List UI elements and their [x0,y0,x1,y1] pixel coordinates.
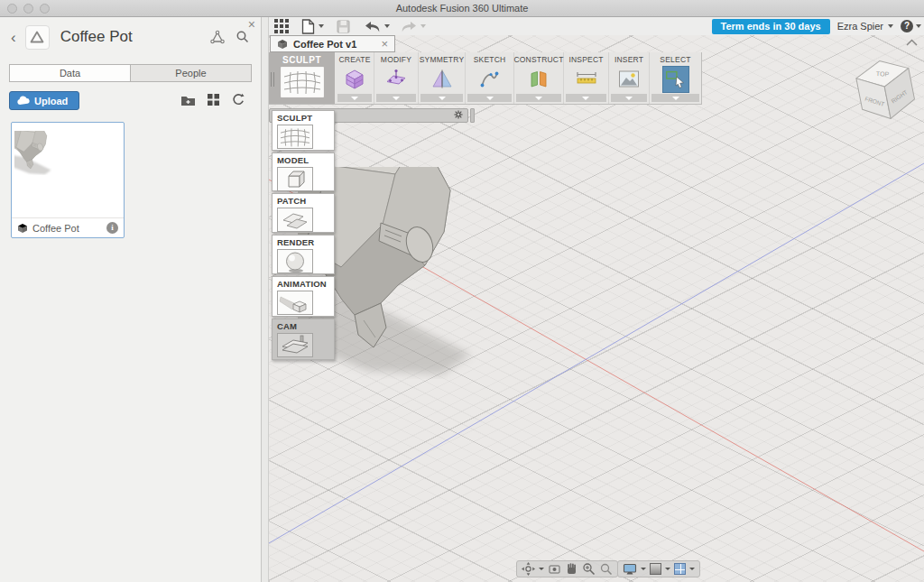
ribbon-group-construct[interactable]: CONSTRUCT [514,52,564,104]
symmetry-dropdown-arrow[interactable] [420,94,463,102]
share-a360-icon[interactable] [208,28,226,46]
viewcube[interactable]: TOP FRONT RIGHT [846,51,924,128]
refresh-icon[interactable] [231,93,245,108]
viewcube-top-label: TOP [876,70,890,78]
macos-titlebar: Autodesk Fusion 360 Ultimate [0,0,924,17]
workspace-menu-item-sculpt[interactable]: SCULPT [272,110,335,151]
project-thumbnail [12,123,124,217]
data-panel-toggle-icon[interactable] [274,17,289,35]
tab-people[interactable]: People [130,65,251,81]
project-item-footer: Coffee Pot i [12,217,124,237]
workspace-menu-item-model[interactable]: MODEL [272,152,335,191]
workspace-switcher[interactable]: SCULPT [269,52,335,104]
inspect-dropdown-arrow[interactable] [566,94,606,102]
upload-row: Upload [9,91,252,110]
user-menu-dropdown-arrow [888,24,893,28]
render-workspace-icon [277,249,313,273]
visual-style-dropdown-arrow[interactable] [665,568,670,570]
viewports-dropdown-arrow[interactable] [689,568,695,570]
redo-icon[interactable] [401,17,417,35]
panel-close-icon[interactable]: × [248,17,255,32]
collapse-toolbar-icon[interactable] [905,38,919,49]
create-dropdown-arrow[interactable] [337,94,373,102]
orbit-dropdown-arrow[interactable] [539,568,544,570]
toolbar-right-cluster: Term ends in 30 days Ezra Spier ? [712,18,921,34]
select-icon [662,64,689,94]
sketch-dropdown-arrow[interactable] [467,94,512,102]
display-dropdown-arrow[interactable] [641,568,646,570]
document-tab-close-icon[interactable]: × [381,38,388,50]
cam-workspace-icon [277,333,313,357]
panel-tools [180,93,252,108]
ribbon-grip[interactable] [271,72,274,87]
help-dropdown-arrow [916,24,921,28]
help-menu[interactable]: ? [901,20,921,32]
inspect-icon [575,64,598,94]
workspace-menu-item-patch[interactable]: PATCH [272,193,335,233]
tab-data[interactable]: Data [10,65,130,81]
file-menu-icon[interactable] [301,17,315,35]
panel-splitter[interactable] [262,17,269,582]
sketch-icon [478,64,502,94]
project-logo[interactable] [25,25,50,50]
orbit-icon[interactable] [522,562,535,576]
sculpt-mesh-icon [281,67,324,97]
viewports-icon[interactable] [674,563,686,575]
ribbon-toolbar: SCULPT CREATE [269,52,702,105]
help-icon: ? [901,20,913,32]
document-tab-label: Coffee Pot v1 [293,39,375,50]
ribbon-group-inspect[interactable]: INSPECT [564,52,609,104]
new-folder-icon[interactable] [180,94,196,108]
save-icon[interactable] [337,17,350,35]
project-item-card[interactable]: Coffee Pot i [11,122,125,238]
grid-view-icon[interactable] [208,94,219,107]
window-title: Autodesk Fusion 360 Ultimate [0,3,924,14]
file-menu-dropdown-arrow[interactable] [319,24,324,28]
ribbon-group-symmetry[interactable]: SYMMETRY [419,52,466,104]
undo-icon[interactable] [365,17,381,35]
pan-icon[interactable] [565,562,578,576]
select-dropdown-arrow[interactable] [651,94,698,102]
animation-workspace-icon [277,291,313,315]
zoom-icon[interactable] [582,562,596,576]
back-button[interactable]: ‹ [9,30,18,45]
workspace-menu-item-render[interactable]: RENDER [272,235,335,274]
insert-icon [617,64,641,94]
undo-dropdown-arrow[interactable] [384,24,390,28]
redo-dropdown-arrow[interactable] [420,24,426,28]
display-settings-icon[interactable] [623,562,637,576]
modify-dropdown-arrow[interactable] [376,94,416,102]
ribbon-group-create[interactable]: CREATE [336,52,374,104]
patch-workspace-icon [277,208,313,232]
look-at-icon[interactable] [548,562,561,576]
user-name: Ezra Spier [837,21,883,32]
create-icon [343,64,366,94]
insert-dropdown-arrow[interactable] [611,94,647,102]
data-panel: ‹ Coffee Pot × [0,17,262,582]
browser-bar-handle[interactable] [470,108,475,123]
info-icon[interactable]: i [106,222,118,234]
ribbon-group-modify[interactable]: MODIFY [374,52,419,104]
model-workspace-icon [277,167,313,191]
navigation-bar [516,560,618,577]
browser-settings-gear-icon[interactable] [454,110,463,121]
data-panel-header: ‹ Coffee Pot × [0,17,261,57]
term-badge-button[interactable]: Term ends in 30 days [712,19,830,34]
upload-button[interactable]: Upload [9,91,79,110]
visual-style-icon[interactable] [650,563,661,575]
workspace-menu-item-cam[interactable]: CAM [272,319,335,360]
workspace-menu-item-animation[interactable]: ANIMATION [272,276,335,317]
document-cube-icon [277,39,288,50]
ribbon-group-sketch[interactable]: SKETCH [466,52,514,104]
construct-icon [527,64,550,94]
user-menu[interactable]: Ezra Spier [837,21,893,32]
modify-icon [384,64,408,94]
construct-dropdown-arrow[interactable] [516,94,561,102]
ribbon-group-select[interactable]: SELECT [650,52,701,104]
document-tab[interactable]: Coffee Pot v1 × [270,35,395,52]
ribbon-group-insert[interactable]: INSERT [609,52,650,104]
fusion-triangle-icon [29,29,45,45]
zoom-window-icon[interactable] [599,562,613,576]
coffee-pot-model [298,167,803,546]
panel-tabs: Data People [9,64,252,82]
